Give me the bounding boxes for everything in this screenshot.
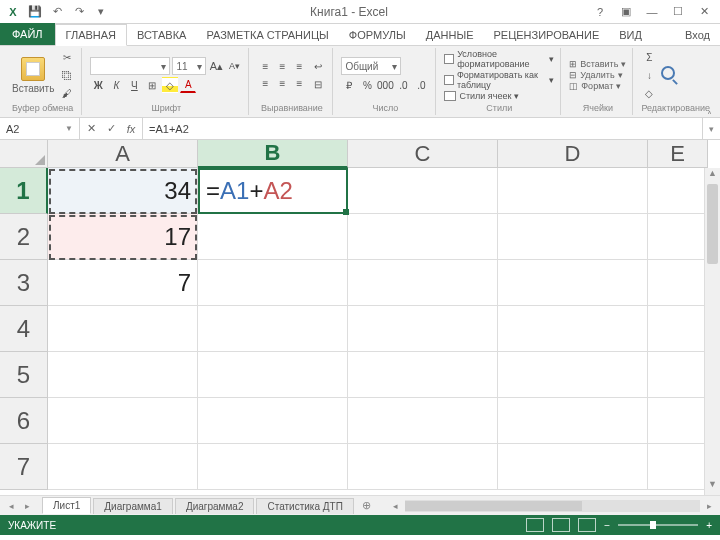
cell-e1[interactable] bbox=[648, 168, 708, 214]
align-center-button[interactable]: ≡ bbox=[274, 76, 290, 92]
qat-customize-icon[interactable]: ▾ bbox=[92, 3, 110, 21]
cell-styles-button[interactable]: Стили ячеек ▾ bbox=[444, 91, 554, 101]
italic-button[interactable]: К bbox=[108, 77, 124, 93]
format-painter-button[interactable]: 🖌 bbox=[59, 85, 75, 101]
cell-e5[interactable] bbox=[648, 352, 708, 398]
expand-formula-bar-button[interactable]: ▾ bbox=[702, 118, 720, 139]
cell-e4[interactable] bbox=[648, 306, 708, 352]
cell-c6[interactable] bbox=[348, 398, 498, 444]
sheet-tab-3[interactable]: Статистика ДТП bbox=[256, 498, 353, 514]
cell-a5[interactable] bbox=[48, 352, 198, 398]
fill-color-button[interactable]: ◇ bbox=[162, 77, 178, 93]
cell-c5[interactable] bbox=[348, 352, 498, 398]
col-header-d[interactable]: D bbox=[498, 140, 648, 168]
tab-formulas[interactable]: ФОРМУЛЫ bbox=[339, 25, 416, 45]
scroll-up-button[interactable]: ▲ bbox=[705, 168, 720, 184]
tab-page-layout[interactable]: РАЗМЕТКА СТРАНИЦЫ bbox=[196, 25, 338, 45]
border-button[interactable]: ⊞ bbox=[144, 77, 160, 93]
bold-button[interactable]: Ж bbox=[90, 77, 106, 93]
percent-button[interactable]: % bbox=[359, 77, 375, 93]
cell-a2[interactable]: 17 bbox=[48, 214, 198, 260]
cell-c7[interactable] bbox=[348, 444, 498, 490]
cell-e6[interactable] bbox=[648, 398, 708, 444]
signin-link[interactable]: Вход bbox=[675, 25, 720, 45]
zoom-slider[interactable] bbox=[618, 524, 698, 526]
cell-a1[interactable]: 34 bbox=[48, 168, 198, 214]
view-normal-button[interactable] bbox=[526, 518, 544, 532]
cell-b6[interactable] bbox=[198, 398, 348, 444]
increase-font-button[interactable]: A▴ bbox=[208, 58, 224, 74]
copy-button[interactable]: ⿻ bbox=[59, 67, 75, 83]
cell-e3[interactable] bbox=[648, 260, 708, 306]
decrease-font-button[interactable]: A▾ bbox=[226, 58, 242, 74]
col-header-b[interactable]: B bbox=[198, 140, 348, 168]
col-header-a[interactable]: A bbox=[48, 140, 198, 168]
cell-c1[interactable] bbox=[348, 168, 498, 214]
tab-view[interactable]: ВИД bbox=[609, 25, 652, 45]
cell-c2[interactable] bbox=[348, 214, 498, 260]
find-select-button[interactable] bbox=[660, 65, 680, 85]
format-cells-button[interactable]: ◫ Формат ▾ bbox=[569, 81, 626, 91]
cell-c4[interactable] bbox=[348, 306, 498, 352]
align-left-button[interactable]: ≡ bbox=[257, 76, 273, 92]
hscroll-thumb[interactable] bbox=[405, 501, 582, 511]
format-as-table-button[interactable]: Форматировать как таблицу ▾ bbox=[444, 70, 554, 90]
cell-b3[interactable] bbox=[198, 260, 348, 306]
insert-function-button[interactable]: fx bbox=[124, 123, 138, 135]
cell-d1[interactable] bbox=[498, 168, 648, 214]
delete-cells-button[interactable]: ⊟ Удалить ▾ bbox=[569, 70, 626, 80]
tab-insert[interactable]: ВСТАВКА bbox=[127, 25, 196, 45]
cancel-formula-button[interactable]: ✕ bbox=[84, 122, 98, 135]
vertical-scrollbar[interactable]: ▲ ▼ bbox=[704, 168, 720, 495]
row-header-1[interactable]: 1 bbox=[0, 168, 48, 214]
align-right-button[interactable]: ≡ bbox=[291, 76, 307, 92]
undo-button[interactable]: ↶ bbox=[48, 3, 66, 21]
cell-a4[interactable] bbox=[48, 306, 198, 352]
tab-file[interactable]: ФАЙЛ bbox=[0, 23, 55, 45]
tab-home[interactable]: ГЛАВНАЯ bbox=[55, 24, 127, 46]
enter-formula-button[interactable]: ✓ bbox=[104, 122, 118, 135]
maximize-button[interactable]: ☐ bbox=[666, 2, 690, 22]
new-sheet-button[interactable]: ⊕ bbox=[356, 497, 377, 514]
zoom-out-button[interactable]: − bbox=[604, 520, 610, 531]
horizontal-scrollbar[interactable]: ◂ ▸ bbox=[389, 500, 716, 512]
tab-review[interactable]: РЕЦЕНЗИРОВАНИЕ bbox=[483, 25, 609, 45]
sheet-tab-1[interactable]: Диаграмма1 bbox=[93, 498, 173, 514]
hscroll-left-button[interactable]: ◂ bbox=[389, 501, 403, 511]
cell-d2[interactable] bbox=[498, 214, 648, 260]
scroll-down-button[interactable]: ▼ bbox=[705, 479, 720, 495]
formula-input[interactable]: =A1+A2 bbox=[143, 118, 702, 139]
redo-button[interactable]: ↷ bbox=[70, 3, 88, 21]
cell-b4[interactable] bbox=[198, 306, 348, 352]
cell-a7[interactable] bbox=[48, 444, 198, 490]
merge-button[interactable]: ⊟ bbox=[310, 76, 326, 92]
row-header-7[interactable]: 7 bbox=[0, 444, 48, 490]
font-size-combo[interactable]: 11▾ bbox=[172, 57, 206, 75]
tab-data[interactable]: ДАННЫЕ bbox=[416, 25, 484, 45]
save-button[interactable]: 💾 bbox=[26, 3, 44, 21]
cell-grid[interactable]: A B C D E 1 34 =A1+A2 2 17 3 7 4 5 6 7 bbox=[0, 140, 720, 490]
col-header-c[interactable]: C bbox=[348, 140, 498, 168]
fill-button[interactable]: ↓ bbox=[641, 67, 657, 83]
cell-d5[interactable] bbox=[498, 352, 648, 398]
cell-b2[interactable] bbox=[198, 214, 348, 260]
cell-c3[interactable] bbox=[348, 260, 498, 306]
cell-d6[interactable] bbox=[498, 398, 648, 444]
minimize-button[interactable]: — bbox=[640, 2, 664, 22]
row-header-5[interactable]: 5 bbox=[0, 352, 48, 398]
conditional-formatting-button[interactable]: Условное форматирование ▾ bbox=[444, 49, 554, 69]
sheet-tab-0[interactable]: Лист1 bbox=[42, 497, 91, 514]
hscroll-right-button[interactable]: ▸ bbox=[702, 501, 716, 511]
underline-button[interactable]: Ч bbox=[126, 77, 142, 93]
cut-button[interactable]: ✂ bbox=[59, 49, 75, 65]
cell-d3[interactable] bbox=[498, 260, 648, 306]
row-header-4[interactable]: 4 bbox=[0, 306, 48, 352]
decrease-decimal-button[interactable]: .0 bbox=[413, 77, 429, 93]
number-format-combo[interactable]: Общий▾ bbox=[341, 57, 401, 75]
increase-decimal-button[interactable]: .0 bbox=[395, 77, 411, 93]
font-color-button[interactable]: A bbox=[180, 77, 196, 93]
vscroll-thumb[interactable] bbox=[707, 184, 718, 264]
cell-b1[interactable]: =A1+A2 bbox=[198, 168, 348, 214]
insert-cells-button[interactable]: ⊞ Вставить ▾ bbox=[569, 59, 626, 69]
row-header-3[interactable]: 3 bbox=[0, 260, 48, 306]
